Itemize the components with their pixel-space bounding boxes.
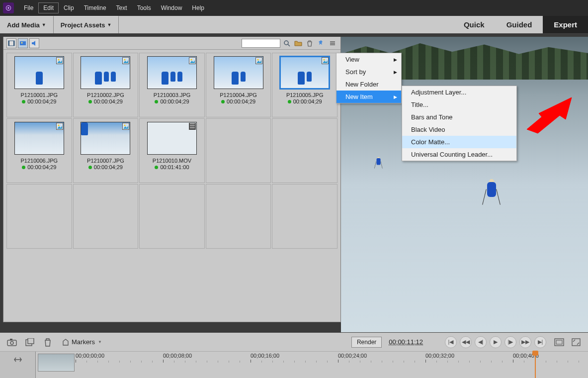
ctx-sort-by[interactable]: Sort by	[336, 66, 401, 78]
asset-thumbnail[interactable]	[81, 122, 130, 155]
asset-cell[interactable]: P1210003.JPG00:00:04;29	[139, 53, 205, 117]
fast-fwd-button[interactable]: ▶▶	[519, 336, 531, 348]
status-dot	[88, 100, 92, 103]
asset-cell[interactable]: P1210007.JPG00:00:04;29	[73, 118, 139, 183]
ctx-sub-adjustment-layer[interactable]: Adjustment Layer...	[402, 86, 516, 98]
status-dot	[155, 100, 158, 103]
timeline[interactable]: 00;00;00;0000;00;08;0000;00;16;0000;00;2…	[0, 352, 588, 378]
svg-point-18	[324, 59, 325, 61]
ctx-sub-title[interactable]: Title...	[402, 98, 516, 111]
menu-edit[interactable]: Edit	[38, 2, 59, 13]
svg-rect-31	[572, 339, 580, 346]
menu-file[interactable]: File	[19, 2, 38, 13]
track-collapse-icon[interactable]	[13, 355, 23, 365]
rewind-button[interactable]: ◀◀	[460, 336, 472, 348]
timeline-clip[interactable]	[38, 354, 75, 372]
asset-thumbnail[interactable]	[214, 56, 263, 89]
mode-guided[interactable]: Guided	[496, 16, 543, 33]
asset-cell	[73, 184, 139, 249]
asset-meta: 00:00:04;29	[288, 98, 322, 104]
search-input[interactable]	[242, 39, 280, 48]
svg-point-16	[257, 59, 258, 61]
asset-meta: 00:00:04;29	[88, 164, 123, 170]
asset-cell[interactable]: P1210001.JPG00:00:04;29	[6, 53, 72, 117]
pin-icon[interactable]	[316, 38, 326, 48]
ctx-sub-black-video[interactable]: Black Video	[402, 123, 516, 136]
asset-thumbnail[interactable]	[81, 56, 130, 89]
asset-duration: 00:00:04;29	[94, 98, 123, 104]
svg-rect-28	[28, 338, 34, 344]
safe-margins-icon[interactable]	[553, 336, 565, 348]
asset-cell	[272, 118, 337, 183]
svg-point-25	[10, 341, 13, 344]
timeline-tick: 00;00;16;00	[251, 353, 279, 359]
step-back-button[interactable]: ◀|	[475, 336, 487, 348]
asset-meta: 00:00:04;29	[221, 98, 255, 104]
project-assets-button[interactable]: Project Assets▼	[54, 16, 119, 33]
add-media-button[interactable]: Add Media▼	[0, 16, 54, 33]
markers-dropdown[interactable]: Markers ▼	[63, 338, 102, 346]
play-button[interactable]: ▶	[490, 336, 502, 348]
mode-quick[interactable]: Quick	[453, 16, 496, 33]
asset-cell[interactable]: P1210002.JPG00:00:04;29	[73, 53, 139, 117]
menu-text[interactable]: Text	[111, 2, 132, 13]
audio-view-icon[interactable]	[29, 38, 39, 48]
timeline-header[interactable]	[0, 352, 36, 378]
ctx-sub-color-matte[interactable]: Color Matte...	[402, 136, 516, 148]
timeline-tick: 00;00;00;00	[76, 353, 104, 359]
image-badge-icon	[322, 57, 329, 64]
ctx-view[interactable]: View	[336, 53, 401, 66]
main-area: P1210001.JPG00:00:04;29P1210002.JPG00:00…	[0, 34, 588, 333]
asset-cell[interactable]: P1210010.MOV00:01:41:00	[139, 118, 205, 183]
asset-meta: 00:00:04;29	[155, 98, 189, 104]
thumbnail-view-icon[interactable]	[18, 38, 28, 48]
menu-window[interactable]: Window	[156, 2, 187, 13]
asset-thumbnail[interactable]	[280, 56, 330, 89]
add-media-label: Add Media	[7, 21, 40, 29]
goto-end-button[interactable]: ▶|	[534, 336, 546, 348]
asset-cell[interactable]: P1210004.JPG00:00:04;29	[206, 53, 271, 117]
svg-line-8	[288, 44, 290, 46]
image-badge-icon	[189, 57, 196, 64]
search-icon[interactable]	[282, 38, 292, 48]
asset-cell	[206, 184, 271, 249]
snapshot-icon[interactable]	[6, 336, 18, 348]
render-button[interactable]: Render	[351, 337, 382, 348]
asset-thumbnail[interactable]	[147, 122, 197, 155]
menu-tools[interactable]: Tools	[132, 2, 156, 13]
menubar: FileEditClipTimelineTextToolsWindowHelp	[0, 0, 588, 16]
ctx-sub-bars-and-tone[interactable]: Bars and Tone	[402, 111, 516, 123]
caret-down-icon: ▼	[98, 340, 102, 344]
asset-thumbnail[interactable]	[14, 56, 64, 89]
panel-menu-icon[interactable]	[328, 38, 337, 48]
fullscreen-icon[interactable]	[570, 336, 582, 348]
menu-timeline[interactable]: Timeline	[79, 2, 111, 13]
timecode-display[interactable]: 00;00;11;12	[389, 338, 423, 346]
playhead[interactable]	[535, 352, 536, 378]
open-folder-icon[interactable]	[293, 38, 303, 48]
caret-down-icon: ▼	[107, 22, 112, 27]
ctx-new-folder[interactable]: New Folder	[336, 78, 401, 91]
asset-duration: 00:00:04;29	[160, 98, 189, 104]
toggle-panel-icon[interactable]	[24, 336, 36, 348]
mode-expert[interactable]: Expert	[543, 16, 588, 33]
ctx-sub-universal-counting-leader[interactable]: Universal Counting Leader...	[402, 148, 516, 161]
asset-thumbnail[interactable]	[14, 122, 64, 155]
menu-help[interactable]: Help	[187, 2, 209, 13]
filmstrip-view-icon[interactable]	[6, 38, 16, 48]
image-badge-icon	[122, 123, 129, 130]
ctx-new-item[interactable]: New Item	[336, 91, 401, 103]
delete-icon[interactable]	[42, 336, 54, 348]
menu-clip[interactable]: Clip	[59, 2, 79, 13]
step-fwd-button[interactable]: |▶	[504, 336, 516, 348]
context-menu: ViewSort byNew FolderNew Item	[336, 53, 402, 103]
goto-start-button[interactable]: |◀	[445, 336, 457, 348]
svg-rect-24	[7, 340, 16, 346]
trash-icon[interactable]	[305, 38, 315, 48]
asset-cell[interactable]: P1210006.JPG00:00:04;29	[6, 118, 72, 183]
asset-cell[interactable]: P1210005.JPG00:00:04;29	[272, 53, 337, 117]
asset-thumbnail[interactable]	[147, 56, 197, 89]
timeline-tick: 00;00;08;00	[163, 353, 192, 359]
marker-icon	[63, 339, 69, 346]
image-badge-icon	[56, 57, 63, 64]
